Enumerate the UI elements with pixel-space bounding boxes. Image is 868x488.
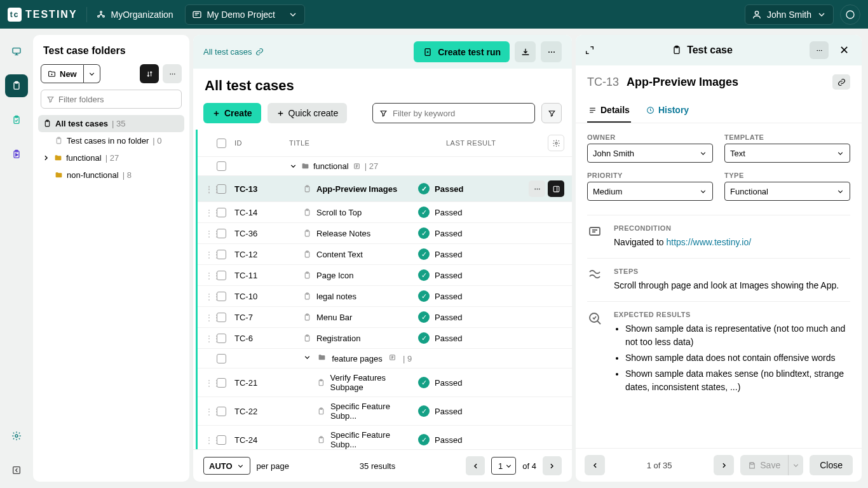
row-checkbox[interactable]: [217, 250, 226, 259]
prev-tc-button[interactable]: [585, 455, 605, 475]
org-selector[interactable]: MyOrganization: [96, 10, 173, 20]
folder-functional[interactable]: functional | 27: [38, 149, 184, 166]
expand-icon[interactable]: [585, 45, 595, 55]
row-checkbox[interactable]: [217, 378, 226, 388]
folder-nofolder[interactable]: Test cases in no folder | 0: [38, 132, 184, 149]
table-row[interactable]: ⋮⋮ TC-14 Scroll to Top ✓Passed: [198, 202, 572, 223]
rail-plans[interactable]: [5, 143, 28, 166]
table-group-row[interactable]: functional | 27: [198, 157, 572, 176]
row-checkbox[interactable]: [217, 292, 226, 301]
import-button[interactable]: [515, 41, 536, 62]
permalink-button[interactable]: [832, 74, 850, 90]
group-checkbox[interactable]: [217, 161, 226, 171]
user-menu[interactable]: John Smith: [745, 4, 834, 25]
help-button[interactable]: [840, 4, 860, 25]
table-row[interactable]: ⋮⋮ TC-13 App-Preview Images ✓Passed: [198, 176, 572, 202]
row-checkbox[interactable]: [217, 313, 226, 322]
next-page-button[interactable]: [543, 456, 562, 475]
group-checkbox[interactable]: [217, 354, 226, 363]
create-test-run-button[interactable]: Create test run: [414, 41, 510, 62]
check-icon: ✓: [418, 405, 430, 417]
folder-label: functional: [66, 153, 102, 163]
advanced-filter-button[interactable]: [541, 103, 562, 123]
page-selector[interactable]: 1: [491, 457, 516, 475]
table-row[interactable]: ⋮⋮ TC-6 Registration ✓Passed: [198, 328, 572, 349]
check-icon: ✓: [418, 434, 430, 445]
pagesize-selector[interactable]: AUTO: [203, 457, 250, 475]
svg-point-32: [538, 188, 539, 189]
row-checkbox[interactable]: [217, 334, 226, 343]
table-row[interactable]: ⋮⋮ TC-10 legal notes ✓Passed: [198, 286, 572, 307]
tab-history[interactable]: History: [645, 98, 690, 123]
svg-rect-14: [13, 467, 20, 474]
row-checkbox[interactable]: [217, 435, 226, 445]
breadcrumb[interactable]: All test cases: [203, 47, 264, 57]
table-row[interactable]: ⋮⋮ TC-7 Menu Bar ✓Passed: [198, 307, 572, 328]
quick-create-button[interactable]: Quick create: [268, 103, 348, 123]
folders-more-button[interactable]: [163, 64, 182, 83]
table-row[interactable]: ⋮⋮ TC-21 Verify Features Subpage ✓Passed: [198, 369, 572, 397]
table-row[interactable]: ⋮⋮ TC-24 Specific Feature Subp... ✓Passe…: [198, 426, 572, 449]
logo-text: TESTINY: [25, 9, 78, 20]
tc-title-cell: legal notes: [316, 292, 356, 301]
keyword-filter[interactable]: [372, 103, 535, 123]
org-icon: [96, 10, 106, 20]
folder-filter-field[interactable]: [58, 95, 176, 104]
detail-more-button[interactable]: [810, 41, 829, 59]
sort-button[interactable]: [140, 64, 159, 83]
folder-all-testcases[interactable]: All test cases | 35: [38, 115, 184, 132]
type-select[interactable]: Functional: [724, 182, 850, 201]
main-more-button[interactable]: [541, 41, 562, 62]
keyword-input[interactable]: [393, 109, 528, 118]
row-checkbox[interactable]: [217, 407, 226, 416]
columns-config-button[interactable]: [548, 135, 564, 151]
result-badge: ✓Passed: [418, 434, 520, 445]
project-selector[interactable]: My Demo Project: [185, 4, 305, 25]
gear-icon: [11, 431, 22, 441]
row-checkbox[interactable]: [217, 229, 226, 238]
save-button[interactable]: Save: [740, 455, 788, 475]
logo[interactable]: tc TESTINY: [8, 8, 78, 22]
new-folder-dropdown[interactable]: [84, 64, 100, 83]
col-result[interactable]: LAST RESULT: [446, 139, 548, 147]
table-row[interactable]: ⋮⋮ TC-36 Release Notes ✓Passed: [198, 223, 572, 244]
main-panel: All test cases Create test run All test …: [193, 35, 572, 482]
col-title[interactable]: TITLE: [289, 139, 446, 147]
close-button[interactable]: Close: [810, 455, 853, 475]
priority-select[interactable]: Medium: [587, 182, 713, 201]
priority-label: PRIORITY: [587, 172, 713, 179]
folder-filter-input[interactable]: [41, 90, 182, 109]
col-id[interactable]: ID: [234, 139, 289, 147]
position-text: 1 of 35: [611, 461, 707, 470]
row-checkbox[interactable]: [217, 208, 226, 217]
clipboard-icon: [303, 208, 311, 217]
folder-nonfunctional[interactable]: non-functional | 8: [38, 166, 184, 184]
rail-testcases[interactable]: [5, 74, 28, 97]
rail-collapse[interactable]: [5, 459, 28, 482]
precondition-link[interactable]: https://www.testiny.io/: [667, 237, 752, 247]
user-name: John Smith: [767, 10, 811, 20]
row-more-button[interactable]: [529, 180, 545, 197]
table-row[interactable]: ⋮⋮ TC-22 Specific Feature Subp... ✓Passe…: [198, 397, 572, 426]
table-group-row[interactable]: feature pages | 9: [198, 349, 572, 369]
owner-select[interactable]: John Smith: [587, 144, 713, 163]
rail-runs[interactable]: [5, 109, 28, 132]
create-button[interactable]: Create: [203, 103, 261, 123]
rail-dashboard[interactable]: [5, 40, 28, 63]
row-checkbox[interactable]: [217, 184, 226, 194]
next-tc-button[interactable]: [714, 455, 734, 475]
select-all-checkbox[interactable]: [217, 139, 226, 148]
table-row[interactable]: ⋮⋮ TC-12 Content Text ✓Passed: [198, 244, 572, 265]
table-row[interactable]: ⋮⋮ TC-11 Page Icon ✓Passed: [198, 265, 572, 286]
rail-settings[interactable]: [5, 424, 28, 447]
tc-title-cell: Scroll to Top: [316, 208, 362, 217]
clipboard-icon: [317, 407, 325, 416]
template-select[interactable]: Text: [724, 144, 850, 163]
row-open-button[interactable]: [548, 180, 564, 197]
close-detail-button[interactable]: ✕: [835, 41, 853, 59]
prev-page-button[interactable]: [466, 456, 485, 475]
row-checkbox[interactable]: [217, 271, 226, 280]
save-dropdown[interactable]: [788, 455, 803, 475]
new-folder-button[interactable]: New: [41, 64, 84, 83]
tab-details[interactable]: Details: [587, 98, 631, 123]
